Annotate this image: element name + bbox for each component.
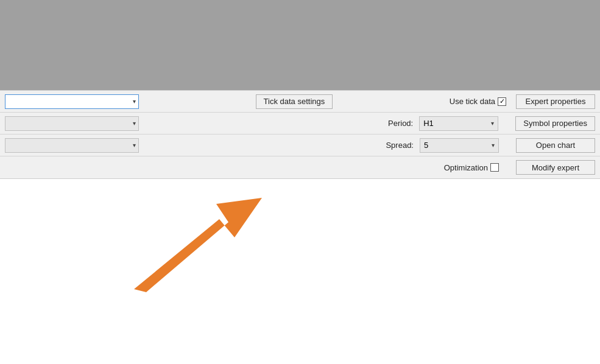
left-dropdown-2[interactable]: ▾ [5,116,139,131]
modify-expert-button[interactable]: Modify expert [516,160,595,175]
spread-label: Spread: [386,141,414,150]
spread-value: 5 [424,141,428,150]
toolbar-row-1: ▾ Tick data settings Use tick data ✓ Exp… [0,91,600,113]
toolbar: ▾ Tick data settings Use tick data ✓ Exp… [0,90,600,179]
optimization-area: Optimization [444,163,499,172]
optimization-checkbox[interactable] [490,163,499,172]
period-value: H1 [423,119,434,128]
toolbar-row-3: ▾ Spread: 5 ▾ Open chart [0,135,600,156]
chevron-down-icon-4: ▾ [133,142,136,149]
chevron-down-icon: ▾ [133,98,136,105]
symbol-properties-button[interactable]: Symbol properties [515,116,595,131]
use-tick-data-label: Use tick data [450,97,495,106]
toolbar-row-2: ▾ Period: H1 ▾ Symbol properties [0,113,600,135]
use-tick-data-area: Use tick data ✓ [450,97,506,106]
period-label: Period: [388,119,413,128]
use-tick-data-checkbox[interactable]: ✓ [498,97,506,106]
period-dropdown[interactable]: H1 ▾ [419,116,498,131]
open-chart-button[interactable]: Open chart [516,138,595,153]
left-dropdown-3[interactable]: ▾ [5,138,139,153]
toolbar-row-4: Optimization Modify expert [0,156,600,178]
chevron-down-icon-2: ▾ [133,120,136,127]
spread-dropdown[interactable]: 5 ▾ [420,138,499,153]
expert-properties-button[interactable]: Expert properties [516,94,595,109]
optimization-label: Optimization [444,163,488,172]
content-area [0,179,600,364]
gray-header-area [0,0,600,90]
tick-data-settings-button[interactable]: Tick data settings [256,94,333,109]
chevron-down-icon-5: ▾ [492,142,495,149]
left-dropdown-1[interactable]: ▾ [5,94,139,109]
chevron-down-icon-3: ▾ [491,120,494,127]
